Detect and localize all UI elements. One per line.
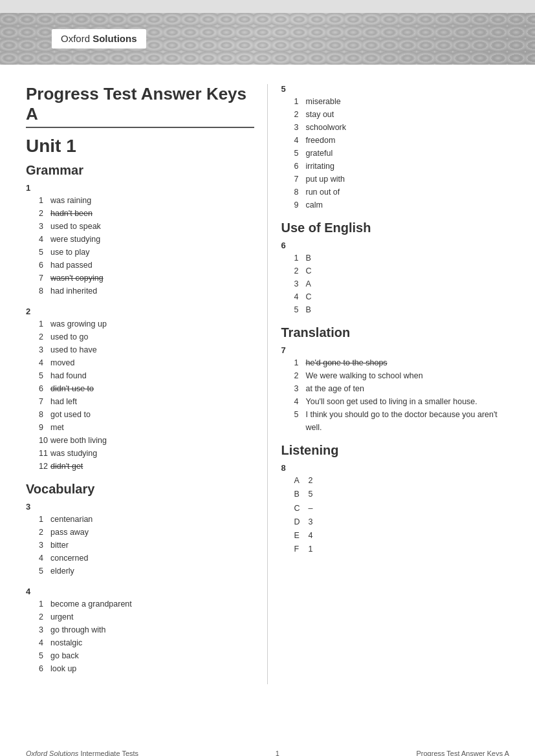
translation-title: Translation bbox=[281, 325, 509, 340]
question-2-answers: 1was growing up 2used to go 3used to hav… bbox=[39, 318, 254, 473]
question-6-answers: 1B 2C 3A 4C 5B bbox=[294, 252, 509, 316]
header-logo: Oxford Solutions bbox=[52, 29, 146, 49]
list-item: 1miserable bbox=[294, 95, 509, 108]
list-item: 2urgent bbox=[39, 610, 254, 623]
question-8-block: 8 A 2 B 5 C – D 3 bbox=[281, 463, 509, 557]
list-item: 3at the age of ten bbox=[294, 382, 509, 395]
list-item: 7had left bbox=[39, 395, 254, 408]
list-item: 4were studying bbox=[39, 233, 254, 246]
left-column: Progress Test Answer Keys A Unit 1 Gramm… bbox=[26, 84, 267, 684]
list-item: 2We were walking to school when bbox=[294, 369, 509, 382]
list-item: 3bitter bbox=[39, 539, 254, 552]
page: Oxford Solutions Progress Test Answer Ke… bbox=[0, 13, 535, 756]
list-item: 5go back bbox=[39, 649, 254, 662]
question-5-answers: 1miserable 2stay out 3schoolwork 4freedo… bbox=[294, 95, 509, 211]
main-content: Progress Test Answer Keys A Unit 1 Gramm… bbox=[0, 65, 535, 704]
question-1-block: 1 1was raining 2hadn't been 3used to spe… bbox=[26, 183, 254, 297]
question-7-block: 7 1he'd gone to the shops 2We were walki… bbox=[281, 345, 509, 434]
list-item: 4concerned bbox=[39, 552, 254, 565]
list-item: 5elderly bbox=[39, 565, 254, 578]
list-item: 8run out of bbox=[294, 186, 509, 199]
question-1-answers: 1was raining 2hadn't been 3used to speak… bbox=[39, 194, 254, 297]
listening-row-a: A 2 bbox=[294, 474, 509, 488]
list-item: 1was raining bbox=[39, 194, 254, 207]
list-item: 5B bbox=[294, 303, 509, 316]
footer-left-text: Oxford Solutions Intermediate Tests bbox=[26, 750, 138, 756]
list-item: 3A bbox=[294, 277, 509, 290]
page-title: Progress Test Answer Keys A bbox=[26, 84, 254, 124]
list-item: 5I think you should go to the doctor bec… bbox=[294, 408, 509, 434]
question-2-block: 2 1was growing up 2used to go 3used to h… bbox=[26, 307, 254, 473]
list-item: 4freedom bbox=[294, 134, 509, 147]
list-item: 4C bbox=[294, 290, 509, 303]
question-8-number: 8 bbox=[281, 463, 509, 473]
list-item: 12didn't get bbox=[39, 460, 254, 473]
list-item: 8had inherited bbox=[39, 285, 254, 297]
list-item: 10were both living bbox=[39, 434, 254, 447]
page-footer: Oxford Solutions Intermediate Tests 1 Pr… bbox=[0, 750, 535, 756]
listening-title: Listening bbox=[281, 443, 509, 458]
list-item: 2pass away bbox=[39, 526, 254, 539]
question-1-number: 1 bbox=[26, 183, 254, 193]
list-item: 3go through with bbox=[39, 623, 254, 636]
list-item: 4moved bbox=[39, 356, 254, 369]
list-item: 2C bbox=[294, 265, 509, 277]
list-item: 1centenarian bbox=[39, 513, 254, 526]
question-3-block: 3 1centenarian 2pass away 3bitter 4conce… bbox=[26, 502, 254, 578]
vocabulary-section-title: Vocabulary bbox=[26, 482, 254, 497]
grammar-section-title: Grammar bbox=[26, 163, 254, 178]
list-item: 6didn't use to bbox=[39, 382, 254, 395]
title-divider bbox=[26, 127, 254, 128]
list-item: 1he'd gone to the shops bbox=[294, 356, 509, 369]
footer-right: Progress Test Answer Keys A bbox=[417, 750, 509, 756]
unit-title: Unit 1 bbox=[26, 136, 254, 157]
list-item: 6irritating bbox=[294, 160, 509, 173]
list-item: 2stay out bbox=[294, 108, 509, 121]
question-7-answers: 1he'd gone to the shops 2We were walking… bbox=[294, 356, 509, 434]
list-item: 9met bbox=[39, 421, 254, 434]
listening-row-b: B 5 bbox=[294, 488, 509, 501]
list-item: 5had found bbox=[39, 369, 254, 382]
question-4-number: 4 bbox=[26, 587, 254, 596]
list-item: 1become a grandparent bbox=[39, 598, 254, 610]
right-column: 5 1miserable 2stay out 3schoolwork 4free… bbox=[267, 84, 509, 684]
list-item: 3schoolwork bbox=[294, 121, 509, 134]
list-item: 4You'll soon get used to living in a sma… bbox=[294, 395, 509, 408]
question-2-number: 2 bbox=[26, 307, 254, 316]
list-item: 2hadn't been bbox=[39, 207, 254, 220]
list-item: 3used to speak bbox=[39, 220, 254, 233]
list-item: 4nostalgic bbox=[39, 636, 254, 649]
list-item: 9calm bbox=[294, 199, 509, 211]
listening-row-e: E 4 bbox=[294, 529, 509, 543]
footer-center: 1 bbox=[276, 750, 279, 756]
listening-row-d: D 3 bbox=[294, 515, 509, 529]
header-banner: Oxford Solutions bbox=[0, 13, 535, 65]
question-6-block: 6 1B 2C 3A 4C 5B bbox=[281, 241, 509, 316]
question-5-number: 5 bbox=[281, 84, 509, 94]
logo-text: Oxford Solutions bbox=[61, 33, 137, 44]
listening-row-c: C – bbox=[294, 502, 509, 515]
list-item: 11was studying bbox=[39, 447, 254, 460]
question-4-answers: 1become a grandparent 2urgent 3go throug… bbox=[39, 598, 254, 675]
question-6-number: 6 bbox=[281, 241, 509, 250]
list-item: 1was growing up bbox=[39, 318, 254, 330]
list-item: 1B bbox=[294, 252, 509, 265]
list-item: 6look up bbox=[39, 662, 254, 675]
list-item: 5use to play bbox=[39, 246, 254, 259]
list-item: 7wasn't copying bbox=[39, 272, 254, 285]
list-item: 5grateful bbox=[294, 147, 509, 160]
list-item: 8got used to bbox=[39, 408, 254, 421]
list-item: 2used to go bbox=[39, 330, 254, 343]
footer-left: Oxford Solutions Intermediate Tests bbox=[26, 750, 138, 756]
question-3-answers: 1centenarian 2pass away 3bitter 4concern… bbox=[39, 513, 254, 578]
question-4-block: 4 1become a grandparent 2urgent 3go thro… bbox=[26, 587, 254, 675]
list-item: 3used to have bbox=[39, 343, 254, 356]
question-7-number: 7 bbox=[281, 345, 509, 355]
listening-table: A 2 B 5 C – D 3 bbox=[294, 474, 509, 557]
use-of-english-title: Use of English bbox=[281, 221, 509, 235]
list-item: 7put up with bbox=[294, 173, 509, 186]
list-item: 6had passed bbox=[39, 259, 254, 272]
question-5-block: 5 1miserable 2stay out 3schoolwork 4free… bbox=[281, 84, 509, 211]
listening-row-f: F 1 bbox=[294, 543, 509, 556]
question-3-number: 3 bbox=[26, 502, 254, 512]
